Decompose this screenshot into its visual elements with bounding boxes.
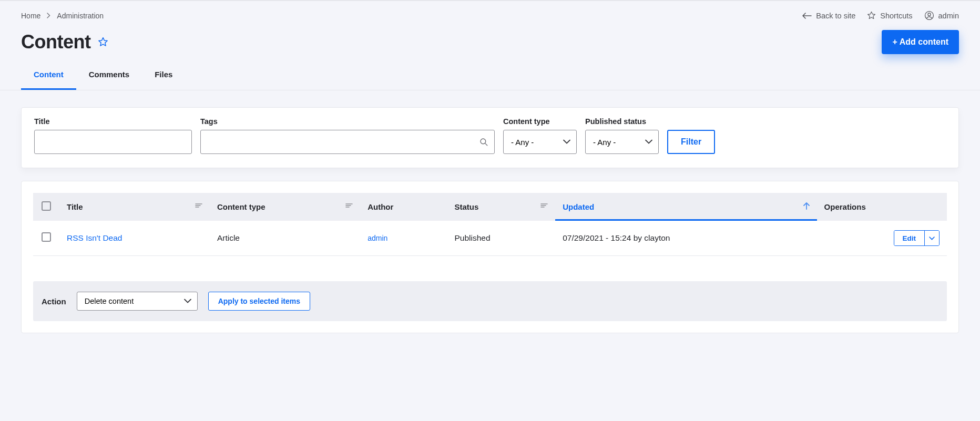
row-checkbox[interactable] (42, 232, 51, 242)
topbar: Home Administration Back to site Shortcu… (0, 1, 980, 25)
col-updated[interactable]: Updated (555, 193, 816, 221)
tab-files[interactable]: Files (142, 70, 185, 90)
tabs: Content Comments Files (0, 54, 980, 90)
svg-point-1 (927, 13, 930, 16)
bulk-action-select[interactable]: Delete content (77, 292, 198, 311)
sort-icon (345, 202, 353, 209)
col-operations: Operations (817, 193, 947, 221)
arrow-up-icon (803, 202, 810, 210)
toplinks: Back to site Shortcuts admin (802, 11, 959, 20)
sort-icon (540, 202, 548, 209)
chevron-right-icon (47, 13, 50, 18)
row-status: Published (447, 221, 555, 256)
breadcrumb-home[interactable]: Home (21, 12, 40, 20)
breadcrumb-admin: Administration (57, 12, 104, 20)
breadcrumb: Home Administration (21, 12, 104, 20)
row-title-link[interactable]: RSS Isn't Dead (67, 233, 122, 242)
filter-tags-label: Tags (200, 117, 495, 126)
user-link[interactable]: admin (924, 11, 959, 20)
sort-icon (195, 202, 202, 209)
page-title: Content (21, 31, 90, 53)
filter-published-label: Published status (585, 117, 659, 126)
filter-published-select[interactable]: - Any - (585, 130, 659, 154)
col-content-type[interactable]: Content type (210, 193, 360, 221)
user-icon (924, 11, 934, 20)
filter-content-type-label: Content type (503, 117, 577, 126)
col-author: Author (360, 193, 447, 221)
col-title[interactable]: Title (59, 193, 210, 221)
star-icon (867, 11, 876, 20)
shortcuts-label: Shortcuts (880, 12, 912, 20)
content-table: Title Content type Author Status Updated… (33, 193, 947, 256)
bulk-action-bar: Action Delete content Apply to selected … (33, 281, 947, 321)
row-op-dropdown[interactable] (924, 231, 939, 245)
bulk-label: Action (42, 297, 66, 306)
row-op-splitbutton: Edit (894, 230, 940, 246)
row-content-type: Article (210, 221, 360, 256)
back-to-site-label: Back to site (816, 12, 855, 20)
table-row: RSS Isn't Dead Article admin Published 0… (33, 221, 947, 256)
tab-comments[interactable]: Comments (76, 70, 142, 90)
title-row: Content + Add content (0, 25, 980, 54)
filter-card: Title Tags Content type - Any - Publishe… (21, 107, 959, 168)
star-outline-icon[interactable] (98, 37, 108, 47)
table-card: Title Content type Author Status Updated… (21, 181, 959, 333)
col-status[interactable]: Status (447, 193, 555, 221)
filter-title-label: Title (34, 117, 192, 126)
filter-button[interactable]: Filter (667, 130, 715, 154)
select-all-checkbox[interactable] (42, 201, 51, 211)
apply-bulk-button[interactable]: Apply to selected items (208, 292, 310, 311)
filter-content-type-select[interactable]: - Any - (503, 130, 577, 154)
add-content-button[interactable]: + Add content (882, 30, 959, 54)
filter-tags-input[interactable] (200, 130, 495, 154)
tab-content[interactable]: Content (21, 70, 76, 90)
back-to-site-link[interactable]: Back to site (802, 12, 855, 20)
shortcuts-link[interactable]: Shortcuts (867, 11, 912, 20)
edit-button[interactable]: Edit (894, 231, 925, 245)
chevron-down-icon (929, 237, 935, 240)
filter-title-input[interactable] (34, 130, 192, 154)
arrow-left-icon (802, 13, 812, 19)
user-label: admin (938, 12, 959, 20)
row-author-link[interactable]: admin (368, 234, 387, 242)
row-updated: 07/29/2021 - 15:24 by clayton (555, 221, 816, 256)
